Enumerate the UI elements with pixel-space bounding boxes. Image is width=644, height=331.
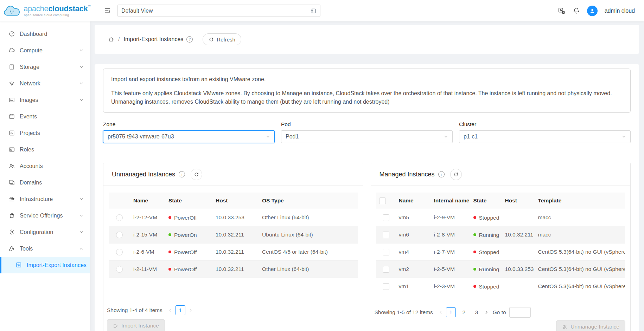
unmanaged-reload-button[interactable] [191, 169, 202, 180]
translation-icon[interactable] [558, 7, 566, 15]
state-dot [168, 216, 171, 219]
sidebar-item-network[interactable]: Network [0, 75, 90, 92]
table-row[interactable]: vm5 i-2-9-VM Stopped macc [376, 209, 625, 226]
import-export-card: Import and export instances to/from an e… [95, 64, 639, 331]
refresh-button[interactable]: Refresh [203, 33, 241, 45]
table-row[interactable]: i-2-15-VM PowerOn 10.0.32.211 Ubuntu Lin… [109, 226, 358, 244]
prev-page-icon[interactable] [168, 308, 172, 312]
table-row[interactable]: i-2-12-VM PowerOff 10.0.33.253 Other Lin… [109, 209, 358, 226]
info-circle-icon[interactable]: i [179, 171, 185, 177]
view-layout-icon [310, 8, 317, 14]
bell-icon[interactable] [573, 7, 580, 14]
page-number-3[interactable]: 3 [472, 308, 481, 317]
table-row[interactable]: vm6 i-2-8-VM Running 10.0.32.211 macc [376, 226, 625, 244]
row-checkbox[interactable] [383, 283, 389, 290]
main-content: / Import-Export Instances ? Refresh Impo… [90, 21, 644, 331]
state-dot [473, 285, 476, 288]
home-icon[interactable] [108, 36, 114, 43]
sidebar-item-events[interactable]: Events [0, 108, 90, 125]
sidebar-item-label: Images [20, 97, 38, 103]
sidebar-item-label: Roles [20, 147, 34, 153]
sidebar-item-label: Projects [20, 130, 40, 136]
cell-name: vm6 [396, 226, 431, 244]
info-circle-icon[interactable]: i [438, 171, 445, 177]
page-number-1[interactable]: 1 [446, 307, 456, 317]
unmanaged-pagination: Showing 1-4 of 4 items 1 [107, 305, 363, 315]
zone-select[interactable]: pr5075-t943-vmware-67u3 [103, 130, 275, 143]
sidebar-item-label: Domains [20, 180, 42, 186]
chevron-down-icon [266, 135, 270, 139]
table-row[interactable]: vm4 i-2-7-VM Stopped CentOS 5.3(64-bit) … [376, 244, 625, 261]
table-row[interactable]: vm1 i-2-3-VM Stopped CentOS 5.3(64-bit) … [376, 278, 625, 295]
cloudstack-logo[interactable]: apachecloudstack™ open source cloud comp… [0, 4, 93, 18]
next-page-icon[interactable] [484, 310, 489, 314]
cloud-icon [8, 47, 15, 54]
sync-icon [453, 172, 459, 177]
sidebar-item-service-offerings[interactable]: Service Offerings [0, 207, 90, 224]
row-radio[interactable] [116, 266, 123, 273]
row-checkbox[interactable] [383, 232, 389, 238]
cluster-label: Cluster [459, 121, 631, 128]
sidebar-item-roles[interactable]: Roles [0, 141, 90, 158]
table-row[interactable]: vm2 i-2-5-VM Running 10.0.33.253 CentOS … [376, 261, 625, 278]
menu-fold-icon[interactable] [104, 7, 111, 14]
cell-internal-name: i-2-5-VM [431, 261, 471, 278]
dashboard-icon [8, 31, 15, 37]
state-dot [473, 216, 476, 219]
table-row[interactable]: i-2-11-VM PowerOff 10.0.32.211 Other Lin… [109, 261, 358, 278]
cell-host [502, 244, 535, 261]
cell-host: 10.0.32.211 [212, 261, 259, 278]
prev-page-icon[interactable] [439, 310, 443, 314]
cell-name: vm5 [396, 209, 431, 226]
sidebar-item-domains[interactable]: Domains [0, 174, 90, 191]
view-selector[interactable]: Default View [117, 5, 320, 17]
sync-icon [209, 37, 214, 42]
row-radio[interactable] [116, 232, 123, 238]
breadcrumb-current-page: Import-Export Instances [123, 36, 183, 43]
cell-host: 10.0.32.211 [502, 226, 535, 244]
user-avatar[interactable] [587, 6, 598, 16]
table-row[interactable]: i-2-6-VM PowerOff 10.0.32.211 CentOS 4/5… [109, 244, 358, 261]
sidebar-item-compute[interactable]: Compute [0, 42, 90, 59]
row-radio[interactable] [116, 214, 123, 221]
sidebar-item-label: Infrastructure [20, 196, 53, 202]
page-number-1[interactable]: 1 [176, 305, 185, 315]
cloudstack-app: apachecloudstack™ open source cloud comp… [0, 0, 644, 331]
disconnect-icon [562, 324, 567, 330]
import-instance-button[interactable]: Import Instance [107, 319, 165, 331]
sidebar-item-configuration[interactable]: Configuration [0, 224, 90, 240]
sidebar-item-label: Accounts [20, 163, 43, 169]
goto-page-input[interactable] [509, 307, 531, 318]
project-icon [8, 130, 15, 136]
sidebar-item-storage[interactable]: Storage [0, 59, 90, 75]
sidebar-item-projects[interactable]: Projects [0, 125, 90, 141]
select-all-checkbox[interactable] [379, 197, 386, 204]
sidebar-item-accounts[interactable]: Accounts [0, 158, 90, 174]
col-host: Host [212, 193, 259, 209]
gear-icon [8, 229, 15, 235]
cluster-select[interactable]: p1-c1 [459, 130, 631, 143]
question-circle-icon[interactable]: ? [186, 36, 193, 43]
row-checkbox[interactable] [383, 249, 389, 255]
row-radio[interactable] [116, 249, 123, 255]
cell-os-type: CentOS 4/5 or later (64-bit) [259, 244, 358, 261]
header-actions: admin cloud [558, 6, 644, 16]
user-name[interactable]: admin cloud [605, 8, 635, 14]
pod-select[interactable]: Pod1 [281, 130, 453, 143]
sidebar-item-infrastructure[interactable]: Infrastructure [0, 191, 90, 207]
row-checkbox[interactable] [383, 266, 389, 273]
sidebar-item-images[interactable]: Images [0, 92, 90, 108]
cloudstack-mascot-icon [3, 4, 21, 18]
zone-label: Zone [103, 121, 275, 128]
managed-reload-button[interactable] [450, 169, 462, 180]
tool-icon [8, 245, 15, 252]
sidebar-item-tools[interactable]: Tools [0, 240, 90, 257]
instances-panels: Unmanaged Instances i Name [103, 163, 631, 331]
sidebar-item-import-export-instances[interactable]: Import-Export Instances [0, 257, 90, 273]
sidebar-item-dashboard[interactable]: Dashboard [0, 26, 90, 42]
import-icon [113, 323, 118, 329]
next-page-icon[interactable] [189, 308, 193, 312]
row-checkbox[interactable] [383, 214, 389, 221]
unmanage-instance-button[interactable]: Unmanage Instance [556, 320, 625, 331]
page-number-2[interactable]: 2 [459, 308, 468, 317]
